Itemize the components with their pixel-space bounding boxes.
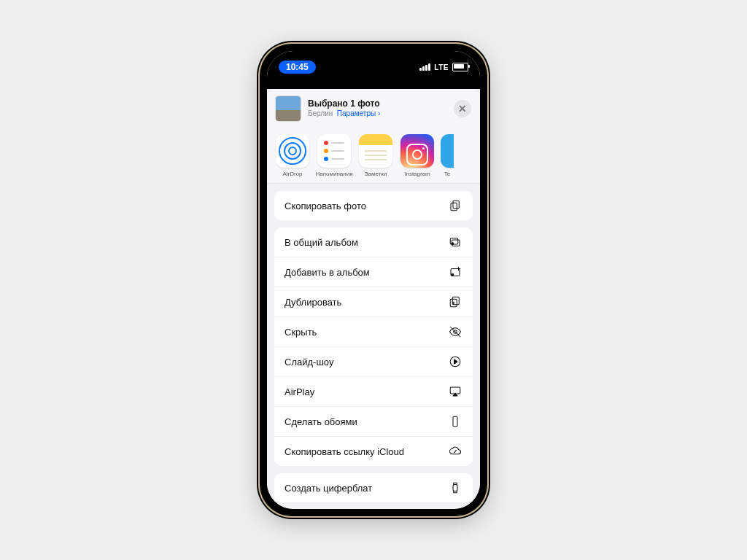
action-label: Скопировать ссылку iCloud	[285, 446, 404, 457]
svg-rect-13	[453, 485, 457, 491]
svg-rect-12	[453, 416, 457, 427]
action-duplicate[interactable]: Дублировать	[274, 287, 473, 316]
app-share-row[interactable]: AirDrop Напоминания Заметки	[267, 127, 480, 184]
action-add-album[interactable]: Добавить в альбом	[274, 257, 473, 287]
app-label: Te	[444, 171, 450, 177]
app-label: Заметки	[365, 171, 387, 177]
watch-icon	[448, 481, 462, 494]
phone-icon	[448, 415, 462, 428]
action-label: Скопировать фото	[285, 201, 366, 211]
action-label: Скрыть	[285, 327, 317, 338]
time-pill[interactable]: 10:45	[279, 61, 316, 74]
share-sheet: Выбрано 1 фото Берлин Параметры › ✕ AirD…	[267, 89, 480, 509]
home-indicator[interactable]	[333, 509, 414, 512]
action-group-1: Скопировать фото	[274, 191, 473, 220]
close-button[interactable]: ✕	[454, 100, 471, 117]
shared-album-icon	[448, 236, 462, 249]
share-app-reminders[interactable]: Напоминания	[316, 134, 352, 177]
svg-rect-0	[453, 201, 459, 209]
share-app-instagram[interactable]: Instagram	[399, 134, 436, 177]
photo-location: Берлин	[308, 109, 333, 117]
action-label: Сделать обоями	[285, 416, 357, 427]
notes-icon	[359, 134, 392, 168]
action-icloud-link[interactable]: Скопировать ссылку iCloud	[274, 436, 473, 466]
chevron-right-icon: ›	[378, 109, 380, 117]
notch	[322, 44, 425, 63]
duplicate-icon	[448, 295, 462, 308]
action-group-2: В общий альбом Добавить в альбом Дублиро…	[274, 228, 473, 466]
airplay-icon	[448, 385, 462, 398]
action-list[interactable]: Скопировать фото В общий альбом	[267, 184, 480, 509]
options-link[interactable]: Параметры ›	[337, 109, 380, 117]
svg-rect-11	[450, 387, 460, 394]
copy-icon	[448, 199, 462, 212]
action-label: Дублировать	[285, 297, 341, 308]
photo-thumbnail[interactable]	[276, 96, 301, 121]
share-app-telegram[interactable]: Te	[441, 134, 454, 177]
action-group-3: Создать циферблат	[274, 473, 473, 502]
action-watch-face[interactable]: Создать циферблат	[274, 473, 473, 502]
action-hide[interactable]: Скрыть	[274, 316, 473, 346]
svg-point-4	[452, 243, 454, 245]
sheet-header: Выбрано 1 фото Берлин Параметры › ✕	[267, 89, 480, 127]
app-label: AirDrop	[282, 171, 302, 177]
share-app-airdrop[interactable]: AirDrop	[274, 134, 311, 177]
app-label: Instagram	[404, 171, 430, 177]
svg-point-6	[452, 273, 454, 276]
phone-frame: 10:45 LTE Выбрано 1 фото Берлин Параметр…	[260, 44, 487, 516]
action-shared-album[interactable]: В общий альбом	[274, 228, 473, 257]
telegram-icon	[441, 134, 454, 168]
close-icon: ✕	[458, 103, 467, 114]
action-label: Добавить в альбом	[285, 267, 370, 278]
play-icon	[448, 355, 462, 368]
action-copy-photo[interactable]: Скопировать фото	[274, 191, 473, 220]
add-album-icon	[448, 265, 462, 279]
action-wallpaper[interactable]: Сделать обоями	[274, 406, 473, 436]
network-label: LTE	[434, 63, 449, 71]
action-label: AirPlay	[285, 386, 314, 397]
battery-icon	[452, 63, 468, 71]
action-label: Создать циферблат	[285, 483, 372, 494]
screen: 10:45 LTE Выбрано 1 фото Берлин Параметр…	[267, 51, 480, 509]
signal-icon	[419, 63, 430, 71]
action-label: В общий альбом	[285, 237, 358, 248]
instagram-icon	[400, 134, 434, 168]
svg-rect-1	[451, 203, 457, 211]
status-gap	[267, 79, 480, 89]
sheet-title: Выбрано 1 фото	[308, 99, 446, 109]
hide-icon	[448, 325, 462, 338]
action-label: Слайд-шоу	[285, 357, 333, 368]
reminders-icon	[317, 134, 351, 168]
action-slideshow[interactable]: Слайд-шоу	[274, 346, 473, 376]
action-airplay[interactable]: AirPlay	[274, 376, 473, 406]
share-app-notes[interactable]: Заметки	[357, 134, 394, 177]
icloud-link-icon	[448, 445, 462, 458]
airdrop-icon	[276, 134, 309, 168]
app-label: Напоминания	[315, 171, 352, 177]
